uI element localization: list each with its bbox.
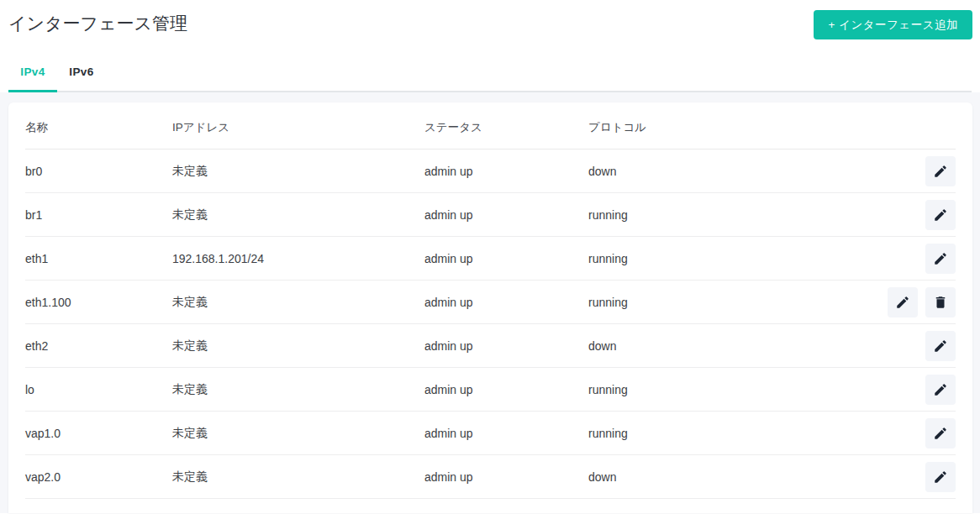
cell-ip-address: 未定義	[172, 368, 424, 412]
edit-button[interactable]	[925, 375, 956, 405]
cell-protocol: running	[588, 368, 876, 412]
cell-actions	[876, 412, 956, 455]
edit-button[interactable]	[925, 418, 956, 448]
cell-actions	[876, 455, 956, 499]
edit-button[interactable]	[925, 462, 956, 492]
cell-actions	[876, 368, 956, 412]
pencil-icon	[933, 338, 948, 354]
cell-ip-address: 192.168.1.201/24	[172, 237, 424, 281]
cell-interface-name: vap1.0	[25, 412, 172, 455]
cell-protocol: running	[588, 281, 876, 324]
column-header-name: 名称	[25, 102, 172, 149]
table-row: eth2 未定義 admin up down	[25, 324, 956, 368]
cell-actions	[876, 149, 956, 193]
pencil-icon	[933, 426, 948, 441]
cell-ip-address: 未定義	[172, 149, 424, 193]
edit-button[interactable]	[925, 331, 956, 361]
add-interface-button[interactable]: + インターフェース追加	[814, 10, 972, 39]
interface-table: 名称 IPアドレス ステータス プロトコル br0 未定義 admin up d…	[25, 102, 956, 499]
cell-status: admin up	[424, 149, 588, 193]
cell-ip-address: 未定義	[172, 412, 424, 455]
table-header-row: 名称 IPアドレス ステータス プロトコル	[25, 102, 956, 149]
tab-ipv6[interactable]: IPv6	[57, 55, 106, 91]
cell-protocol: running	[588, 237, 876, 281]
cell-interface-name: eth1.100	[25, 281, 172, 324]
content-area: 名称 IPアドレス ステータス プロトコル br0 未定義 admin up d…	[0, 92, 980, 513]
edit-button[interactable]	[925, 244, 956, 274]
edit-button[interactable]	[925, 200, 956, 230]
trash-icon	[933, 295, 948, 310]
pencil-icon	[895, 295, 910, 310]
table-body: br0 未定義 admin up down br1 未定義 admin up r…	[25, 149, 956, 499]
cell-interface-name: vap2.0	[25, 455, 172, 499]
pencil-icon	[933, 164, 948, 179]
cell-actions	[876, 281, 956, 324]
cell-actions	[876, 324, 956, 368]
cell-ip-address: 未定義	[172, 455, 424, 499]
cell-interface-name: lo	[25, 368, 172, 412]
table-row: br1 未定義 admin up running	[25, 193, 956, 237]
cell-protocol: down	[588, 149, 876, 193]
pencil-icon	[933, 469, 948, 485]
table-row: vap1.0 未定義 admin up running	[25, 412, 956, 455]
cell-protocol: down	[588, 455, 876, 499]
table-row: vap2.0 未定義 admin up down	[25, 455, 956, 499]
cell-protocol: down	[588, 324, 876, 368]
tab-ipv4[interactable]: IPv4	[8, 55, 57, 91]
cell-status: admin up	[424, 368, 588, 412]
column-header-status: ステータス	[424, 102, 588, 149]
cell-actions	[876, 237, 956, 281]
cell-status: admin up	[424, 237, 588, 281]
cell-status: admin up	[424, 281, 588, 324]
table-row: eth1 192.168.1.201/24 admin up running	[25, 237, 956, 281]
cell-protocol: running	[588, 412, 876, 455]
pencil-icon	[933, 207, 948, 223]
edit-button[interactable]	[925, 156, 956, 186]
cell-status: admin up	[424, 193, 588, 237]
tab-bar: IPv4 IPv6	[8, 55, 972, 92]
cell-protocol: running	[588, 193, 876, 237]
cell-interface-name: eth1	[25, 237, 172, 281]
table-row: eth1.100 未定義 admin up running	[25, 281, 956, 324]
column-header-protocol: プロトコル	[588, 102, 876, 149]
delete-button[interactable]	[925, 287, 956, 317]
cell-interface-name: br0	[25, 149, 172, 193]
cell-status: admin up	[424, 455, 588, 499]
interface-table-card: 名称 IPアドレス ステータス プロトコル br0 未定義 admin up d…	[8, 102, 972, 513]
edit-button[interactable]	[888, 287, 918, 317]
table-row: lo 未定義 admin up running	[25, 368, 956, 412]
pencil-icon	[933, 382, 948, 397]
page-header: インターフェース管理 + インターフェース追加 IPv4 IPv6	[0, 0, 980, 92]
column-header-ip: IPアドレス	[172, 102, 424, 149]
column-header-actions	[876, 102, 956, 149]
cell-ip-address: 未定義	[172, 193, 424, 237]
cell-status: admin up	[424, 412, 588, 455]
cell-status: admin up	[424, 324, 588, 368]
table-row: br0 未定義 admin up down	[25, 149, 956, 193]
cell-ip-address: 未定義	[172, 324, 424, 368]
cell-ip-address: 未定義	[172, 281, 424, 324]
cell-interface-name: br1	[25, 193, 172, 237]
cell-interface-name: eth2	[25, 324, 172, 368]
pencil-icon	[933, 251, 948, 266]
cell-actions	[876, 193, 956, 237]
